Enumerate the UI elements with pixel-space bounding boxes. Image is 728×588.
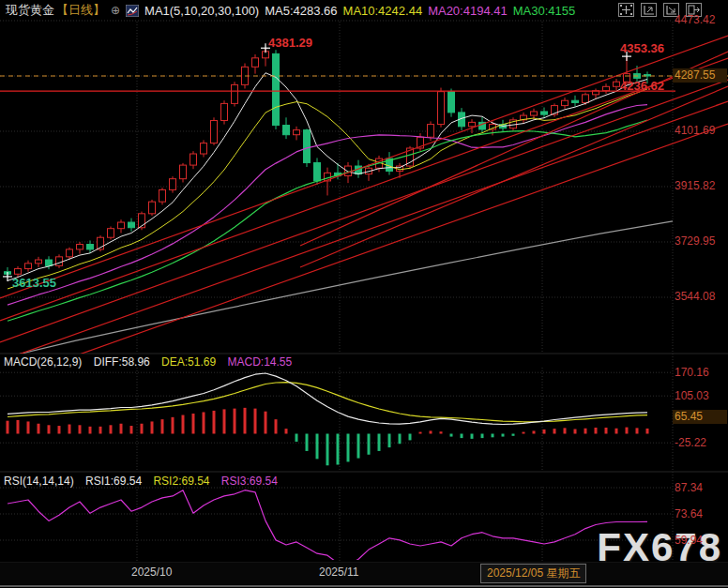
y-tick-main-6: 3544.08 — [675, 290, 725, 303]
y-current-price: 4287.55 — [673, 68, 727, 83]
bottom-scrollbar[interactable] — [0, 585, 728, 587]
y-tick-macd-1: 170.16 — [675, 366, 725, 379]
x-tick-current-date: 2025/12/05 星期五 — [480, 564, 586, 583]
macd-macd-value: MACD:14.55 — [227, 355, 292, 369]
range-low-label: 3613.55 — [12, 276, 56, 290]
recent-high-label: 4353.36 — [620, 41, 664, 55]
rsi-settings-label: RSI(14,14,14) — [4, 475, 74, 488]
support-line-label: 4236.62 — [620, 79, 664, 93]
y-tick-main-5: 3729.95 — [675, 234, 725, 248]
rsi-header: RSI(14,14,14) RSI1:69.54 RSI2:69.54 RSI3… — [4, 475, 286, 488]
time-axis: 2025/10 2025/11 2025/12/05 星期五 — [0, 563, 728, 585]
y-tick-macd-3: -25.22 — [675, 436, 725, 449]
y-tick-main-4: 3915.82 — [675, 179, 725, 192]
x-tick-oct: 2025/10 — [131, 565, 172, 579]
x-tick-nov: 2025/11 — [319, 565, 359, 579]
y-tick-rsi-1: 87.34 — [675, 481, 725, 494]
macd-current-value: 65.45 — [673, 410, 727, 424]
y-tick-rsi-3: 59.94 — [675, 534, 725, 547]
y-tick-main-3: 4101.69 — [675, 124, 725, 137]
peak-high-label: 4381.29 — [268, 36, 312, 50]
rsi1-value: RSI1:69.54 — [85, 475, 142, 488]
y-tick-macd-2: 105.03 — [675, 389, 725, 402]
macd-diff-value: DIFF:58.96 — [94, 355, 150, 369]
macd-settings-label: MACD(26,12,9) — [4, 355, 82, 369]
y-tick-rsi-2: 73.64 — [675, 507, 725, 520]
macd-dea-value: DEA:51.69 — [161, 355, 216, 369]
rsi2-value: RSI2:69.54 — [153, 475, 209, 488]
rsi3-value: RSI3:69.54 — [221, 475, 278, 488]
chart-canvas[interactable] — [0, 0, 728, 588]
trading-app: 现货黄金 【日线】 ⊕ MA1(5,10,20,30,100) MA5:4283… — [0, 0, 728, 588]
y-tick-main-1: 4473.42 — [675, 13, 725, 26]
macd-header: MACD(26,12,9) DIFF:58.96 DEA:51.69 MACD:… — [4, 355, 300, 369]
